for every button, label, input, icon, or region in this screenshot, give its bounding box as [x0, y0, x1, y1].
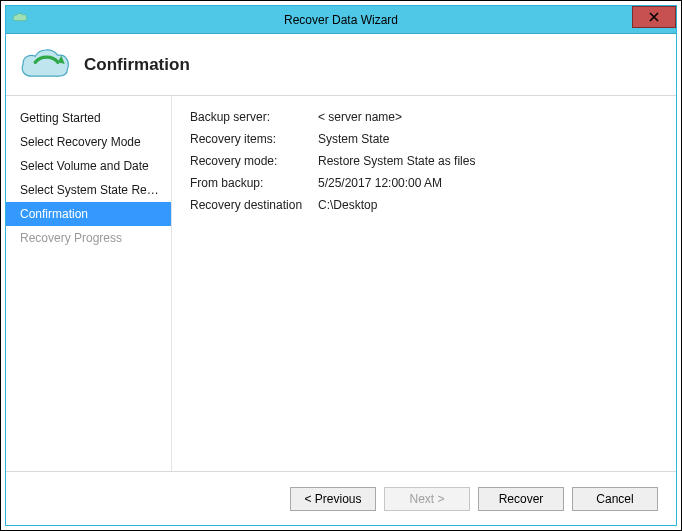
- titlebar: Recover Data Wizard: [6, 6, 676, 34]
- next-button: Next >: [384, 487, 470, 511]
- row-recovery-destination: Recovery destination C:\Desktop: [190, 198, 658, 212]
- label-from-backup: From backup:: [190, 176, 318, 190]
- row-backup-server: Backup server: < server name>: [190, 110, 658, 124]
- window-title: Recover Data Wizard: [6, 13, 676, 27]
- recover-button[interactable]: Recover: [478, 487, 564, 511]
- page-title: Confirmation: [84, 55, 190, 75]
- value-from-backup: 5/25/2017 12:00:00 AM: [318, 176, 658, 190]
- row-from-backup: From backup: 5/25/2017 12:00:00 AM: [190, 176, 658, 190]
- step-select-recovery-mode[interactable]: Select Recovery Mode: [6, 130, 171, 154]
- value-recovery-mode: Restore System State as files: [318, 154, 658, 168]
- wizard-steps-sidebar: Getting Started Select Recovery Mode Sel…: [6, 96, 172, 471]
- wizard-header: Confirmation: [6, 34, 676, 96]
- step-getting-started[interactable]: Getting Started: [6, 106, 171, 130]
- value-backup-server: < server name>: [318, 110, 658, 124]
- row-recovery-mode: Recovery mode: Restore System State as f…: [190, 154, 658, 168]
- wizard-footer: < Previous Next > Recover Cancel: [6, 471, 676, 525]
- row-recovery-items: Recovery items: System State: [190, 132, 658, 146]
- cancel-button[interactable]: Cancel: [572, 487, 658, 511]
- wizard-body: Getting Started Select Recovery Mode Sel…: [6, 96, 676, 471]
- step-confirmation[interactable]: Confirmation: [6, 202, 171, 226]
- close-icon: [649, 12, 659, 22]
- previous-button[interactable]: < Previous: [290, 487, 376, 511]
- step-select-volume-and-date[interactable]: Select Volume and Date: [6, 154, 171, 178]
- label-recovery-items: Recovery items:: [190, 132, 318, 146]
- label-recovery-mode: Recovery mode:: [190, 154, 318, 168]
- label-backup-server: Backup server:: [190, 110, 318, 124]
- label-recovery-destination: Recovery destination: [190, 198, 318, 212]
- cloud-recover-icon: [18, 45, 70, 85]
- close-button[interactable]: [632, 6, 676, 28]
- step-recovery-progress: Recovery Progress: [6, 226, 171, 250]
- value-recovery-items: System State: [318, 132, 658, 146]
- value-recovery-destination: C:\Desktop: [318, 198, 658, 212]
- step-select-system-state-recovery[interactable]: Select System State Reco...: [6, 178, 171, 202]
- app-cloud-icon: [12, 12, 28, 28]
- confirmation-panel: Backup server: < server name> Recovery i…: [172, 96, 676, 471]
- wizard-window: Recover Data Wizard Confirmation Getting…: [5, 5, 677, 526]
